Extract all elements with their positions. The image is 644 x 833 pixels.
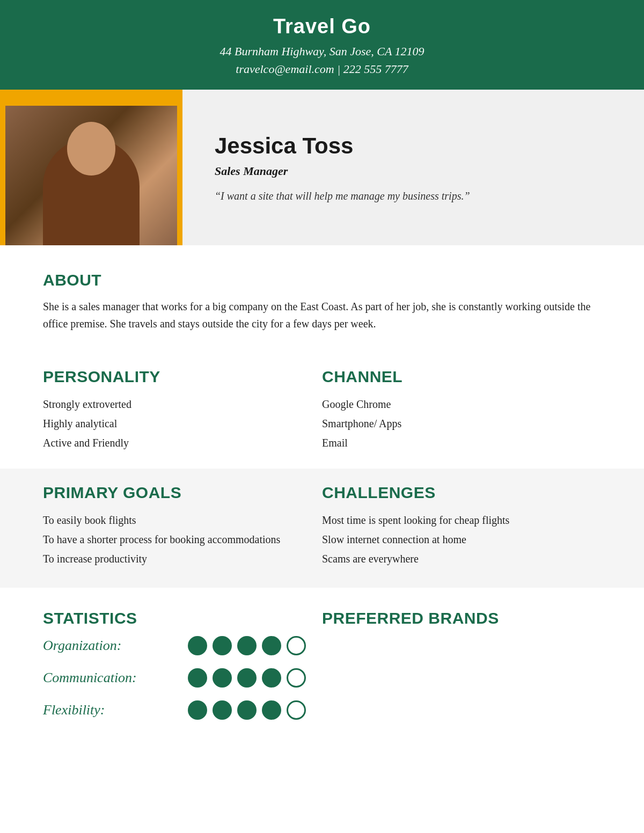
profile-role: Sales Manager — [215, 164, 612, 178]
personality-list: Strongly extroverted Highly analytical A… — [43, 394, 322, 452]
statistics-left: STATISTICS Organization: Communication: — [43, 609, 322, 733]
stat-dots-communication — [188, 668, 306, 688]
personality-col: PERSONALITY Strongly extroverted Highly … — [43, 357, 322, 469]
dot-filled — [188, 700, 207, 720]
profile-section: Jessica Toss Sales Manager “I want a sit… — [0, 90, 644, 245]
channel-col: CHANNEL Google Chrome Smartphone/ Apps E… — [322, 357, 601, 469]
stat-row-organization: Organization: — [43, 636, 322, 655]
about-text: She is a sales manager that works for a … — [43, 298, 601, 332]
goals-title: PRIMARY GOALS — [43, 484, 322, 502]
preferred-brands-section: PREFERRED BRANDS — [322, 609, 601, 733]
company-title: Travel Go — [11, 15, 633, 38]
dot-empty — [287, 636, 306, 655]
stat-dots-organization — [188, 636, 306, 655]
dot-filled — [262, 636, 281, 655]
list-item: To increase productivity — [43, 549, 322, 568]
stat-label-organization: Organization: — [43, 638, 188, 654]
stat-label-communication: Communication: — [43, 670, 188, 686]
stat-row-flexibility: Flexibility: — [43, 700, 322, 720]
list-item: To easily book flights — [43, 510, 322, 530]
challenges-title: CHALLENGES — [322, 484, 601, 502]
dot-filled — [213, 668, 232, 688]
dot-filled — [188, 636, 207, 655]
statistics-title: STATISTICS — [43, 609, 322, 627]
list-item: Email — [322, 433, 601, 452]
goals-list: To easily book flights To have a shorter… — [43, 510, 322, 568]
dot-filled — [188, 668, 207, 688]
list-item: Scams are everywhere — [322, 549, 601, 568]
dot-filled — [237, 700, 257, 720]
stat-dots-flexibility — [188, 700, 306, 720]
stat-label-flexibility: Flexibility: — [43, 702, 188, 718]
list-item: Active and Friendly — [43, 433, 322, 452]
dot-filled — [213, 700, 232, 720]
stats-section: STATISTICS Organization: Communication: — [0, 588, 644, 754]
dot-filled — [262, 668, 281, 688]
personality-title: PERSONALITY — [43, 368, 322, 386]
list-item: Slow internet connection at home — [322, 530, 601, 549]
list-item: Most time is spent looking for cheap fli… — [322, 510, 601, 530]
profile-info: Jessica Toss Sales Manager “I want a sit… — [182, 90, 644, 245]
preferred-brands-title: PREFERRED BRANDS — [322, 609, 601, 627]
profile-quote: “I want a site that will help me manage … — [215, 190, 612, 202]
dot-filled — [262, 700, 281, 720]
list-item: Smartphone/ Apps — [322, 414, 601, 433]
channel-list: Google Chrome Smartphone/ Apps Email — [322, 394, 601, 452]
dot-empty — [287, 700, 306, 720]
challenges-col: CHALLENGES Most time is spent looking fo… — [322, 469, 601, 588]
goals-col: PRIMARY GOALS To easily book flights To … — [43, 469, 322, 588]
dot-empty — [287, 668, 306, 688]
profile-name: Jessica Toss — [215, 133, 612, 159]
about-section: ABOUT She is a sales manager that works … — [0, 245, 644, 352]
company-address: 44 Burnham Highway, San Jose, CA 12109 t… — [11, 42, 633, 78]
header: Travel Go 44 Burnham Highway, San Jose, … — [0, 0, 644, 90]
dot-filled — [237, 668, 257, 688]
challenges-list: Most time is spent looking for cheap fli… — [322, 510, 601, 568]
stat-row-communication: Communication: — [43, 668, 322, 688]
personality-channel-section: PERSONALITY Strongly extroverted Highly … — [0, 357, 644, 469]
goals-challenges-section: PRIMARY GOALS To easily book flights To … — [0, 469, 644, 588]
list-item: Highly analytical — [43, 414, 322, 433]
channel-title: CHANNEL — [322, 368, 601, 386]
profile-photo — [5, 106, 177, 245]
dot-filled — [213, 636, 232, 655]
photo-wrapper — [0, 90, 182, 245]
about-title: ABOUT — [43, 271, 601, 289]
dot-filled — [237, 636, 257, 655]
list-item: Google Chrome — [322, 394, 601, 414]
list-item: Strongly extroverted — [43, 394, 322, 414]
list-item: To have a shorter process for booking ac… — [43, 530, 322, 549]
